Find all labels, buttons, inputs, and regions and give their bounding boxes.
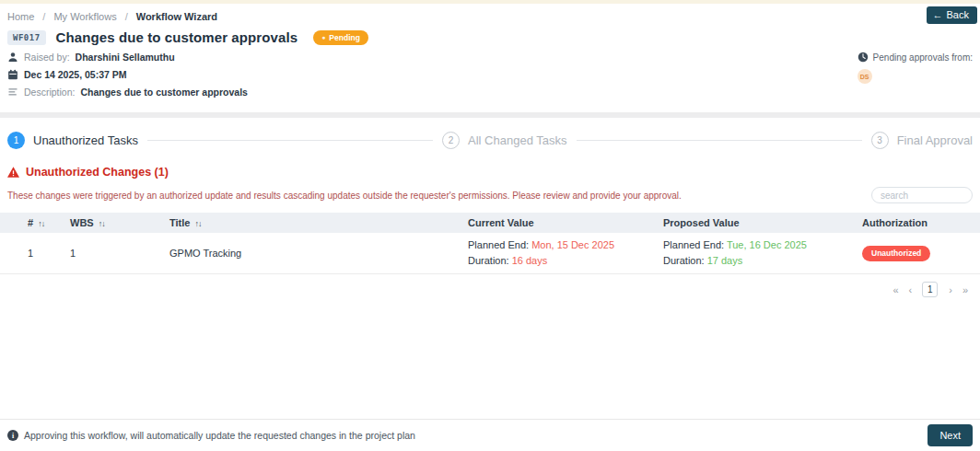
pagination: « ‹ 1 › » bbox=[0, 274, 980, 305]
sort-icon[interactable]: ↑↓ bbox=[99, 219, 105, 228]
proposed-planned-end-label: Planned End: bbox=[663, 239, 724, 250]
column-header-wbs-label: WBS bbox=[70, 217, 94, 228]
breadcrumb-workflow-wizard: Workflow Wizard bbox=[136, 11, 217, 22]
datetime-value: Dec 14 2025, 05:37 PM bbox=[24, 69, 127, 80]
back-arrow-icon: ← bbox=[933, 9, 943, 20]
section-note: These changes were triggered by an autho… bbox=[7, 191, 682, 201]
step-connector bbox=[147, 140, 433, 141]
cell-proposed-value: Planned End: Tue, 16 Dec 2025 Duration: … bbox=[656, 233, 855, 274]
workflow-wizard-page: Home / My Workflows / Workflow Wizard ← … bbox=[0, 0, 980, 451]
proposed-duration-label: Duration: bbox=[663, 255, 705, 266]
description-value: Changes due to customer approvals bbox=[80, 87, 247, 98]
column-header-title-label: Title bbox=[169, 217, 190, 228]
pending-approvals-block: Pending approvals from: DS bbox=[858, 52, 973, 84]
unauthorized-changes-table: #↑↓ WBS↑↓ Title↑↓ Current Value Proposed… bbox=[0, 213, 980, 274]
clock-icon bbox=[858, 52, 869, 63]
breadcrumb: Home / My Workflows / Workflow Wizard bbox=[7, 9, 973, 22]
section-heading-text: Unauthorized Changes (1) bbox=[26, 166, 169, 179]
pagination-last-button[interactable]: » bbox=[962, 284, 967, 295]
pending-approvals-line: Pending approvals from: bbox=[858, 52, 973, 63]
description-lines-icon bbox=[7, 87, 18, 98]
status-dot-icon: ● bbox=[321, 34, 325, 40]
footer-note-text: Approving this workflow, will automatica… bbox=[24, 430, 415, 441]
step-1-label: Unauthorized Tasks bbox=[33, 133, 138, 147]
back-button[interactable]: ← Back bbox=[927, 6, 977, 24]
column-header-title: Title↑↓ bbox=[162, 213, 461, 233]
page-title: Changes due to customer approvals bbox=[56, 29, 298, 45]
current-duration-label: Duration: bbox=[468, 255, 509, 266]
step-1-circle: 1 bbox=[7, 132, 25, 149]
current-duration-value: 16 days bbox=[512, 255, 548, 266]
datetime-row: Dec 14 2025, 05:37 PM bbox=[7, 69, 973, 80]
note-row: These changes were triggered by an autho… bbox=[0, 179, 980, 203]
table-row[interactable]: 1 1 GPMO Tracking Planned End: Mon, 15 D… bbox=[0, 233, 980, 274]
breadcrumb-separator: / bbox=[125, 11, 128, 22]
cell-authorization: Unauthorized bbox=[855, 233, 980, 274]
current-planned-end: Planned End: Mon, 15 Dec 2025 bbox=[468, 237, 648, 253]
pagination-current-page[interactable]: 1 bbox=[922, 282, 938, 297]
pending-approvals-label: Pending approvals from: bbox=[873, 52, 973, 63]
proposed-duration: Duration: 17 days bbox=[663, 253, 847, 269]
step-connector bbox=[577, 140, 862, 141]
approver-avatar[interactable]: DS bbox=[858, 69, 872, 84]
cell-num: 1 bbox=[0, 233, 63, 274]
description-row: Description: Changes due to customer app… bbox=[7, 87, 973, 98]
person-icon bbox=[7, 52, 18, 63]
title-row: WF017 Changes due to customer approvals … bbox=[7, 29, 973, 45]
step-all-changed-tasks[interactable]: 2 All Changed Tasks bbox=[442, 132, 566, 149]
breadcrumb-home[interactable]: Home bbox=[7, 11, 34, 22]
current-duration: Duration: 16 days bbox=[468, 253, 648, 269]
step-3-circle: 3 bbox=[871, 132, 889, 149]
cell-current-value: Planned End: Mon, 15 Dec 2025 Duration: … bbox=[461, 233, 656, 274]
search-input[interactable] bbox=[871, 187, 973, 203]
step-unauthorized-tasks[interactable]: 1 Unauthorized Tasks bbox=[7, 132, 138, 149]
breadcrumb-separator: / bbox=[42, 11, 45, 22]
current-planned-end-label: Planned End: bbox=[468, 239, 529, 250]
breadcrumb-my-workflows[interactable]: My Workflows bbox=[53, 11, 116, 22]
sort-icon[interactable]: ↑↓ bbox=[194, 219, 201, 228]
step-2-label: All Changed Tasks bbox=[468, 133, 566, 147]
column-header-authorization: Authorization bbox=[855, 213, 980, 233]
info-icon: i bbox=[7, 430, 18, 441]
column-header-num-label: # bbox=[28, 217, 33, 228]
column-header-wbs: WBS↑↓ bbox=[63, 213, 162, 233]
wizard-footer: i Approving this workflow, will automati… bbox=[0, 419, 980, 451]
warning-triangle-icon bbox=[7, 167, 19, 178]
proposed-planned-end: Planned End: Tue, 16 Dec 2025 bbox=[663, 237, 847, 253]
back-button-label: Back bbox=[947, 9, 969, 20]
wizard-stepper: 1 Unauthorized Tasks 2 All Changed Tasks… bbox=[0, 118, 980, 160]
calendar-icon bbox=[7, 69, 18, 80]
column-header-num: #↑↓ bbox=[0, 213, 63, 233]
step-2-circle: 2 bbox=[442, 132, 460, 149]
pagination-next-button[interactable]: › bbox=[949, 284, 951, 295]
description-label: Description: bbox=[24, 87, 75, 98]
column-header-current-value: Current Value bbox=[461, 213, 656, 233]
next-button[interactable]: Next bbox=[928, 424, 973, 446]
raised-by-row: Raised by: Dharshini Sellamuthu bbox=[7, 52, 973, 63]
step-final-approval[interactable]: 3 Final Approval bbox=[871, 132, 973, 149]
status-badge-label: Pending bbox=[329, 33, 360, 42]
cell-title: GPMO Tracking bbox=[162, 233, 461, 274]
raised-by-label: Raised by: bbox=[24, 52, 70, 63]
proposed-duration-value: 17 days bbox=[707, 255, 743, 266]
workflow-id-badge: WF017 bbox=[7, 30, 46, 45]
sort-icon[interactable]: ↑↓ bbox=[38, 219, 44, 228]
status-badge: ● Pending bbox=[313, 30, 368, 45]
current-planned-end-value: Mon, 15 Dec 2025 bbox=[531, 239, 614, 250]
workflow-header: Home / My Workflows / Workflow Wizard ← … bbox=[0, 4, 980, 105]
column-header-proposed-value: Proposed Value bbox=[656, 213, 855, 233]
unauthorized-changes-heading: Unauthorized Changes (1) bbox=[0, 160, 980, 179]
step-3-label: Final Approval bbox=[897, 133, 973, 147]
table-header-row: #↑↓ WBS↑↓ Title↑↓ Current Value Proposed… bbox=[0, 213, 980, 233]
pagination-first-button[interactable]: « bbox=[892, 284, 897, 295]
footer-note: i Approving this workflow, will automati… bbox=[7, 430, 415, 441]
proposed-planned-end-value: Tue, 16 Dec 2025 bbox=[727, 239, 807, 250]
unauthorized-badge: Unauthorized bbox=[862, 246, 930, 261]
pagination-prev-button[interactable]: ‹ bbox=[909, 284, 912, 295]
cell-wbs: 1 bbox=[63, 233, 162, 274]
raised-by-value: Dharshini Sellamuthu bbox=[76, 52, 175, 63]
